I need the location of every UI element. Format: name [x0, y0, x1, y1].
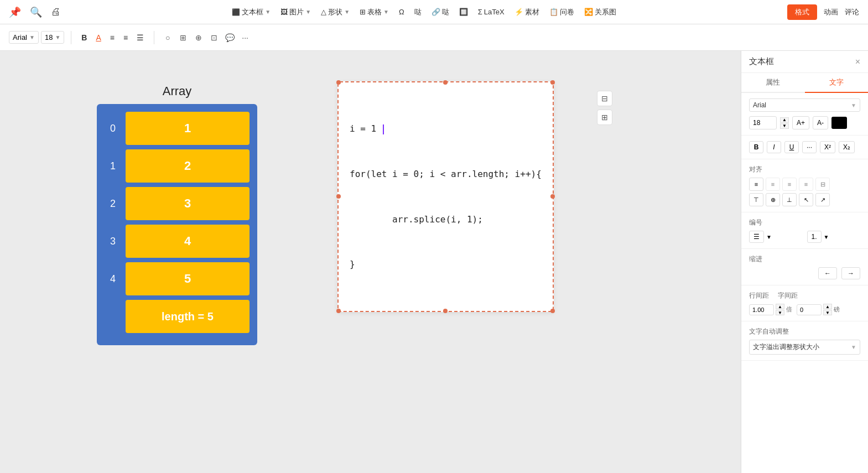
circle-icon[interactable]: ○: [161, 31, 174, 44]
font-size-select[interactable]: 18 ▼: [41, 31, 64, 44]
panel-bold-button[interactable]: B: [749, 141, 763, 153]
latex-menu-item[interactable]: Σ LaTeX: [478, 8, 505, 16]
main-area: Array 0 1 1 2 2 3 3 4: [0, 51, 868, 473]
material-menu-item[interactable]: ⚡ 素材: [514, 7, 539, 17]
panel-underline-button[interactable]: U: [784, 141, 799, 153]
valign-upright-button[interactable]: ↗: [815, 193, 830, 206]
panel-font-select[interactable]: Arial ▼: [749, 98, 860, 112]
indent-right-button[interactable]: →: [841, 267, 860, 279]
handle-bottom-left[interactable]: [336, 309, 341, 313]
numbered-list-button[interactable]: 1.: [807, 231, 822, 243]
format-button[interactable]: 格式: [787, 4, 817, 20]
print-icon[interactable]: 🖨: [51, 6, 61, 18]
tab-text[interactable]: 文字: [805, 73, 869, 93]
line-spacing-input[interactable]: [749, 304, 774, 315]
autofit-value: 文字溢出调整形状大小: [753, 342, 819, 352]
align-distribute-button[interactable]: ⊟: [815, 178, 830, 191]
char-spacing-input[interactable]: [797, 304, 822, 315]
array-index-2: 2: [105, 198, 121, 210]
handle-left[interactable]: [336, 194, 341, 199]
valign-bottom-button[interactable]: ⊥: [782, 193, 797, 206]
panel-font-arrow: ▼: [851, 102, 856, 108]
pin-icon[interactable]: 📌: [9, 6, 21, 18]
handle-top[interactable]: [443, 80, 448, 85]
panel-option-icon[interactable]: ⊞: [597, 110, 612, 125]
handle-top-right[interactable]: [550, 80, 555, 85]
char-spacing-up[interactable]: ▲: [823, 304, 832, 309]
latex-label: LaTeX: [484, 8, 505, 16]
survey-menu-item[interactable]: 📋 问卷: [549, 7, 574, 17]
valign-upleft-button[interactable]: ↖: [799, 193, 813, 206]
more-icon[interactable]: ···: [238, 31, 252, 44]
panel-super-button[interactable]: X²: [820, 141, 835, 153]
diagram-menu-item[interactable]: 🔲: [459, 8, 468, 16]
valign-top-button[interactable]: ⊤: [749, 193, 763, 206]
layers-icon[interactable]: ⊕: [192, 31, 205, 44]
textbox-menu-item[interactable]: ⬛ 文本框 ▼: [232, 7, 271, 17]
bold-button[interactable]: B: [78, 31, 90, 44]
line-spacing-up[interactable]: ▲: [776, 304, 784, 309]
shape-label: 形状: [328, 7, 342, 17]
char-spacing-down[interactable]: ▼: [823, 310, 832, 315]
font-family-select[interactable]: Arial ▼: [9, 31, 39, 44]
array-row-4: 4 5: [105, 262, 250, 295]
align-left-button[interactable]: ≡: [749, 178, 763, 191]
autofit-select[interactable]: 文字溢出调整形状大小 ▼: [749, 340, 860, 355]
font-size-up[interactable]: ▲: [780, 117, 789, 123]
panel-italic-button[interactable]: I: [767, 141, 781, 153]
bullet-dropdown-arrow[interactable]: ▼: [766, 234, 772, 240]
textbox-icon: ⬛: [232, 8, 240, 16]
panel-more-button[interactable]: ···: [802, 141, 817, 153]
comment-icon[interactable]: 💬: [223, 31, 236, 44]
special-icon: 哒: [414, 7, 422, 17]
numbered-dropdown-arrow[interactable]: ▼: [824, 234, 829, 240]
special-menu-item[interactable]: 哒: [414, 7, 422, 17]
font-shrink-button[interactable]: A-: [813, 116, 828, 129]
char-spacing-spinner: ▲ ▼: [823, 304, 832, 315]
grid-icon[interactable]: ⊞: [176, 31, 190, 44]
table-arrow: ▼: [383, 9, 389, 15]
handle-bottom[interactable]: [443, 309, 448, 313]
align-left-button[interactable]: ≡: [107, 31, 118, 44]
char-spacing-label: 字间距: [778, 291, 798, 300]
underline-button[interactable]: A: [92, 31, 104, 44]
search-icon[interactable]: 🔍: [30, 6, 42, 18]
shape-menu-item[interactable]: △ 形状 ▼: [321, 7, 350, 17]
handle-right[interactable]: [550, 194, 555, 199]
handle-bottom-right[interactable]: [550, 309, 555, 313]
font-size-down[interactable]: ▼: [780, 123, 789, 129]
align-right-button[interactable]: ≡: [782, 178, 797, 191]
tab-attributes[interactable]: 属性: [741, 73, 805, 92]
link-menu-item[interactable]: 🔗 哒: [432, 7, 449, 17]
relation-menu-item[interactable]: 🔀 关系图: [584, 7, 616, 17]
handle-top-left[interactable]: [336, 80, 341, 85]
valign-middle-button[interactable]: ⊕: [766, 193, 780, 206]
font-grow-button[interactable]: A+: [792, 116, 809, 129]
list-button[interactable]: ☰: [133, 31, 147, 44]
array-row-0: 0 1: [105, 112, 250, 145]
animation-button[interactable]: 动画: [824, 7, 838, 17]
code-content[interactable]: i = 1 for(let i = 0; i < arr.length; i++…: [350, 91, 542, 302]
font-size-spinner: ▲ ▼: [780, 117, 789, 129]
comment-button[interactable]: 评论: [845, 7, 859, 17]
panel-tabs: 属性 文字: [741, 73, 868, 93]
indent-left-button[interactable]: ←: [818, 267, 837, 279]
panel-sub-button[interactable]: X₂: [839, 141, 855, 153]
omega-menu-item[interactable]: Ω: [399, 8, 404, 16]
align-justify-button[interactable]: ≡: [799, 178, 813, 191]
panel-font-size-input[interactable]: [749, 116, 777, 129]
spacing-section: 行间距 字间距 ▲ ▼ 倍 ▲ ▼: [741, 285, 868, 321]
bold-italic-row: B I U ··· X² X₂: [749, 141, 860, 153]
panel-close-button[interactable]: ×: [855, 57, 860, 67]
panel-toggle-icon[interactable]: ⊟: [597, 91, 612, 106]
line-spacing-down[interactable]: ▼: [776, 310, 784, 315]
code-textbox[interactable]: i = 1 for(let i = 0; i < arr.length; i++…: [337, 81, 554, 312]
align-center-button[interactable]: ≡: [766, 178, 780, 191]
table-menu-item[interactable]: ⊞ 表格 ▼: [360, 7, 389, 17]
align-center-button[interactable]: ≡: [120, 31, 131, 44]
top-toolbar: 📌 🔍 🖨 ⬛ 文本框 ▼ 🖼 图片 ▼ △ 形状 ▼ ⊞ 表格 ▼ Ω 哒: [0, 0, 868, 24]
font-color-swatch[interactable]: [831, 117, 847, 129]
bullet-list-button[interactable]: ☰: [749, 231, 764, 243]
crop-icon[interactable]: ⊡: [207, 31, 221, 44]
image-menu-item[interactable]: 🖼 图片 ▼: [280, 7, 311, 17]
